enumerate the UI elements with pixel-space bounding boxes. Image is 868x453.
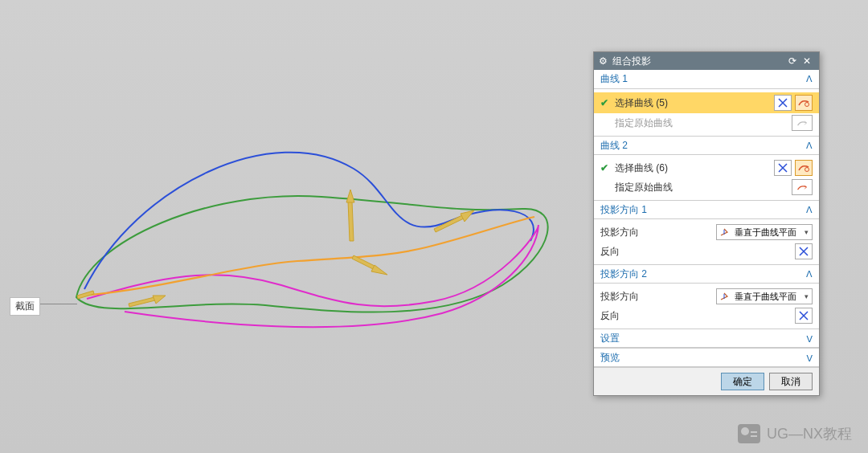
section-header-proj2[interactable]: 投影方向 2 ᐱ [594, 264, 819, 284]
proj1-direction-dropdown[interactable]: 垂直于曲线平面 ▾ [716, 224, 813, 240]
section-header-curve2[interactable]: 曲线 2 ᐱ [594, 136, 819, 155]
proj1-reverse-row: 反向 [599, 242, 814, 261]
proj2-reverse-label: 反向 [600, 309, 792, 323]
svg-point-0 [805, 103, 809, 107]
ok-button[interactable]: 确定 [721, 373, 764, 390]
chevron-up-icon: ᐱ [806, 74, 813, 84]
proj2-reverse-row: 反向 [599, 306, 814, 325]
dialog-title: 组合投影 [612, 55, 651, 68]
connected-curves-icon[interactable] [774, 95, 792, 111]
chevron-up-icon: ᐱ [806, 205, 813, 215]
proj2-direction-row: 投影方向 垂直于曲线平面 ▾ [599, 287, 814, 306]
perpendicular-icon [717, 292, 731, 301]
proj1-reverse-label: 反向 [600, 245, 792, 259]
chevron-down-icon: ▾ [800, 292, 812, 300]
chevron-up-icon: ᐱ [806, 141, 813, 151]
select-curve1-label: 选择曲线 (5) [615, 96, 771, 110]
section-title: 曲线 2 [600, 139, 628, 153]
original-curve1-icon[interactable] [792, 115, 813, 131]
curve-rule-icon[interactable] [795, 95, 813, 111]
original-curve1-label: 指定原始曲线 [615, 116, 788, 130]
original-curve1-row: 指定原始曲线 [599, 113, 814, 133]
select-curve1-row[interactable]: ✔ 选择曲线 (5) [594, 92, 819, 113]
section-header-proj1[interactable]: 投影方向 1 ᐱ [594, 200, 819, 219]
wechat-icon [738, 424, 760, 443]
check-icon: ✔ [600, 97, 612, 108]
reset-icon[interactable]: ⟳ [785, 55, 800, 67]
reverse-direction-button[interactable] [795, 308, 813, 324]
dialog-button-row: 确定 取消 [594, 367, 819, 395]
section-header-preview[interactable]: 预览 ᐱ [594, 348, 819, 367]
original-curve2-icon[interactable] [792, 179, 813, 195]
proj1-direction-label: 投影方向 [600, 226, 713, 239]
section-title: 投影方向 2 [600, 267, 647, 281]
chevron-down-icon: ᐱ [806, 353, 813, 363]
cancel-button[interactable]: 取消 [769, 373, 813, 390]
section-title: 预览 [600, 351, 620, 365]
original-curve2-row[interactable]: 指定原始曲线 [599, 178, 814, 197]
annotation-tag[interactable]: 截面 [10, 297, 40, 316]
chevron-down-icon: ᐱ [806, 333, 813, 344]
svg-point-1 [805, 168, 809, 172]
close-icon[interactable]: ✕ [800, 55, 814, 67]
curve-rule-icon[interactable] [795, 160, 813, 176]
select-curve2-label: 选择曲线 (6) [615, 161, 771, 175]
check-icon: ✔ [600, 162, 612, 173]
select-curve2-row[interactable]: ✔ 选择曲线 (6) [599, 158, 814, 178]
chevron-down-icon: ▾ [800, 228, 812, 236]
proj2-direction-dropdown[interactable]: 垂直于曲线平面 ▾ [716, 288, 813, 304]
combine-projection-dialog: ⚙ 组合投影 ⟳ ✕ 曲线 1 ᐱ ✔ 选择曲线 (5) 指定原始曲线 [593, 51, 820, 396]
watermark: UG—NX教程 [738, 424, 852, 443]
proj2-direction-value: 垂直于曲线平面 [731, 291, 800, 303]
dialog-titlebar[interactable]: ⚙ 组合投影 ⟳ ✕ [594, 52, 819, 70]
section-title: 投影方向 1 [600, 203, 647, 217]
reverse-direction-button[interactable] [795, 243, 813, 259]
section-title: 设置 [600, 332, 620, 345]
connected-curves-icon[interactable] [774, 160, 792, 176]
proj2-direction-label: 投影方向 [600, 290, 713, 304]
section-header-settings[interactable]: 设置 ᐱ [594, 329, 819, 348]
proj1-direction-value: 垂直于曲线平面 [731, 226, 800, 239]
gear-icon: ⚙ [599, 55, 608, 67]
perpendicular-icon [717, 227, 731, 237]
proj1-direction-row: 投影方向 垂直于曲线平面 ▾ [599, 222, 814, 242]
section-header-curve1[interactable]: 曲线 1 ᐱ [594, 70, 819, 89]
original-curve2-label: 指定原始曲线 [615, 181, 788, 194]
watermark-text: UG—NX教程 [767, 424, 852, 443]
section-title: 曲线 1 [600, 72, 628, 86]
chevron-up-icon: ᐱ [806, 269, 813, 280]
annotation-leader [40, 304, 77, 304]
